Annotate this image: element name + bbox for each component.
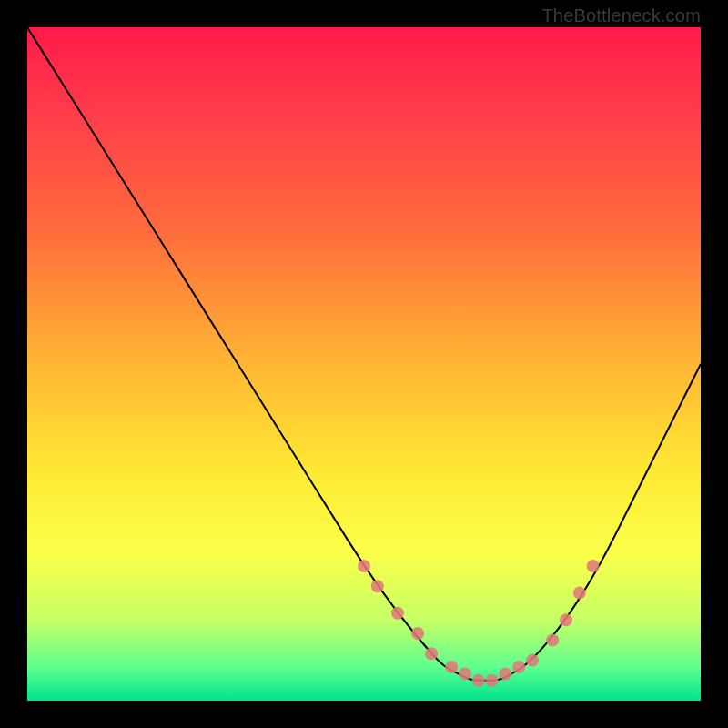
bottleneck-curve bbox=[27, 27, 701, 681]
highlight-dot bbox=[472, 674, 485, 687]
highlight-dot bbox=[526, 654, 539, 667]
dots-group bbox=[358, 560, 600, 687]
highlight-dot bbox=[546, 633, 559, 646]
highlight-dot bbox=[425, 647, 438, 660]
highlight-dot bbox=[587, 560, 600, 572]
highlight-dot bbox=[358, 560, 370, 572]
curve-group bbox=[27, 27, 701, 681]
highlight-dot bbox=[391, 607, 404, 620]
highlight-dot bbox=[560, 613, 572, 626]
plot-area bbox=[27, 27, 701, 701]
chart-container: TheBottleneck.com bbox=[0, 0, 728, 728]
highlight-dot bbox=[371, 580, 384, 592]
highlight-dot bbox=[459, 667, 471, 680]
highlight-dot bbox=[445, 661, 458, 673]
highlight-dot bbox=[486, 674, 499, 687]
watermark-text: TheBottleneck.com bbox=[541, 5, 701, 26]
highlight-dot bbox=[573, 587, 586, 600]
highlight-dot bbox=[411, 627, 424, 640]
highlight-dot bbox=[512, 661, 525, 673]
chart-svg bbox=[27, 27, 701, 701]
highlight-dot bbox=[499, 667, 511, 680]
